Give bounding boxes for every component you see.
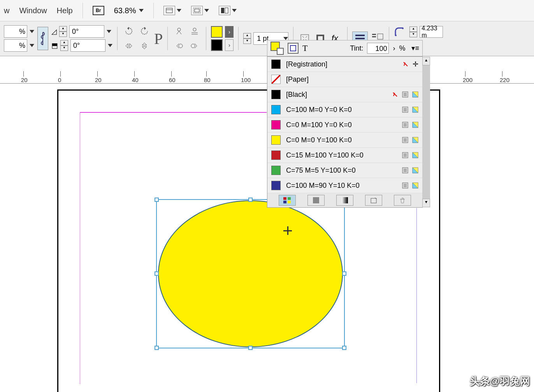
arrange-documents[interactable] [219,6,237,15]
shear-angle-input[interactable]: 0° [70,39,105,52]
resize-handle[interactable] [155,346,159,350]
select-prev-icon[interactable] [172,39,186,52]
cmyk-icon [412,137,418,143]
panel-menu-icon[interactable]: ▾≡ [411,44,419,52]
screen-mode[interactable] [191,6,209,15]
swatch-row[interactable]: [Black] [267,87,422,102]
stroke-options-button[interactable]: › [225,39,234,51]
swatch-badges [402,182,418,189]
swatch-color-icon [271,105,281,114]
process-color-icon [402,152,408,158]
select-container-icon[interactable] [172,24,186,38]
swatch-row[interactable]: C=0 M=0 Y=100 K=0 [267,133,422,148]
svg-point-21 [402,28,404,29]
formatting-container-icon[interactable] [288,43,299,54]
stroke-color-swatch[interactable] [211,39,223,51]
rotate-ccw-icon[interactable] [122,24,135,38]
formatting-text-icon[interactable]: T [302,43,307,53]
chevron-down-icon [139,9,144,12]
coord-x-input[interactable]: 4.233 m [420,26,443,38]
view-options-1[interactable] [163,6,181,15]
svg-rect-63 [371,198,376,203]
constrain-proportions-icon[interactable] [37,27,48,50]
svg-rect-18 [378,34,383,39]
scale-y-input[interactable]: % [4,39,27,52]
rotate-icon: ◿ [51,27,57,36]
swatch-row[interactable]: C=75 M=5 Y=100 K=0 [267,163,422,178]
swatch-row[interactable]: C=100 M=90 Y=10 K=0 [267,178,422,193]
menu-view[interactable]: w [4,6,9,15]
swatch-row[interactable]: [Paper] [267,72,422,87]
rotate-cw-icon[interactable] [138,24,151,38]
coord-stepper[interactable]: ▲▼ [409,26,417,37]
swatch-popup-header: T Tint: 100 › % ▾≡ [267,40,423,56]
delete-swatch-button[interactable] [394,195,411,206]
swatch-row[interactable]: C=100 M=0 Y=0 K=0 [267,102,422,117]
process-color-icon [402,167,408,173]
rotation-angle-input[interactable]: 0° [69,25,104,38]
show-gradient-swatches-button[interactable] [336,195,353,206]
flip-horizontal-icon[interactable] [122,39,135,52]
stroke-weight-stepper[interactable]: ▲▼ [243,33,251,44]
process-color-icon [402,91,408,98]
swatch-badges [402,167,418,173]
select-next-icon[interactable] [188,39,201,52]
selection-bounding-box[interactable] [156,199,345,348]
flip-vertical-icon[interactable] [138,39,151,52]
non-editable-icon [392,91,398,98]
margin-guide [80,112,267,113]
svg-rect-62 [342,197,348,203]
resize-handle[interactable] [342,346,346,350]
fill-stroke-proxy[interactable] [271,42,284,55]
swatch-name: C=100 M=90 Y=10 K=0 [286,182,397,190]
menu-window[interactable]: Window [19,6,47,15]
scroll-up-button[interactable]: ▴ [422,57,430,65]
swatches-panel: [Registration]✛[Paper][Black]C=100 M=0 Y… [267,56,423,208]
scrollbar[interactable]: ▴ ▾ [422,57,430,207]
swatch-color-icon [271,181,281,190]
zoom-level[interactable]: 63.8% [114,6,144,15]
scale-x-input[interactable]: % [4,25,27,38]
svg-point-20 [395,35,397,36]
show-color-swatches-button[interactable] [307,195,325,206]
svg-rect-0 [166,8,172,13]
swatch-color-icon [271,135,281,145]
tint-input[interactable]: 100 [367,43,389,54]
svg-rect-2 [195,9,199,12]
non-editable-icon [402,61,409,67]
corner-options-icon[interactable] [394,25,407,38]
chevron-down-icon [107,30,111,33]
swatch-badges: ✛ [402,60,418,68]
zoom-value: 63.8% [114,6,136,15]
resize-handle[interactable] [248,198,253,202]
resize-handle[interactable] [155,271,159,276]
swatch-row[interactable]: C=0 M=100 Y=0 K=0 [267,117,422,133]
angle-stepper-top[interactable]: ▲▼ [59,26,67,37]
swatch-row[interactable]: [Registration]✛ [267,57,422,72]
separator [153,3,154,18]
cmyk-icon [412,91,418,98]
swatch-row[interactable]: C=15 M=100 Y=100 K=0 [267,148,422,163]
cmyk-icon [412,182,418,189]
swatch-color-icon [271,75,281,84]
chevron-down-icon [232,9,237,12]
resize-handle[interactable] [342,271,346,276]
menu-help[interactable]: Help [57,6,73,15]
select-content-icon[interactable] [188,24,201,38]
svg-rect-57 [283,197,286,200]
swatch-color-icon [271,166,281,175]
svg-rect-17 [372,36,376,37]
svg-rect-14 [355,38,365,39]
paragraph-icon: P [154,30,163,48]
scroll-down-button[interactable]: ▾ [422,199,430,207]
fill-color-swatch[interactable] [211,26,223,38]
resize-handle[interactable] [248,346,253,350]
tint-arrow[interactable]: › [393,44,395,52]
new-swatch-button[interactable] [365,195,382,206]
process-color-icon [402,107,408,113]
show-all-swatches-button[interactable] [279,195,296,206]
resize-handle[interactable] [155,198,159,202]
angle-stepper-bottom[interactable]: ▲▼ [60,40,68,51]
fill-options-button[interactable]: › [225,26,234,38]
bridge-icon[interactable]: Br [93,6,104,15]
